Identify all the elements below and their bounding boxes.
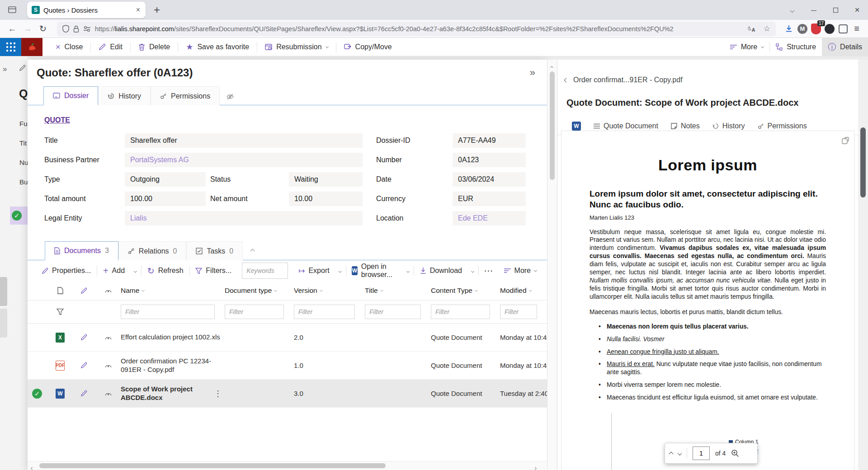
business-partner-field[interactable]: PortalSystems AG — [125, 153, 363, 167]
filter-input-modified[interactable] — [500, 305, 537, 319]
horizontal-scrollbar[interactable] — [28, 461, 547, 470]
properties-button[interactable]: Properties... — [37, 262, 96, 280]
back-chevron-icon[interactable] — [564, 78, 569, 82]
edit-row-icon[interactable] — [72, 390, 95, 397]
add-dropdown-icon[interactable] — [131, 267, 140, 275]
permissions-icon[interactable] — [83, 26, 91, 32]
keywords-input[interactable] — [242, 263, 288, 279]
dossier-id-field[interactable]: A77E-AA49 — [453, 133, 526, 148]
download-dropdown-icon[interactable] — [468, 267, 477, 275]
copy-move-button[interactable]: Copy/Move — [338, 38, 398, 56]
type-field[interactable]: Outgoing — [125, 172, 206, 187]
tab-list-icon[interactable] — [781, 6, 803, 14]
collapse-section-icon[interactable] — [251, 246, 254, 254]
filter-input-name[interactable] — [121, 305, 215, 319]
expand-panel-icon[interactable]: » — [3, 65, 7, 74]
browser-vertical-scrollbar[interactable] — [858, 60, 868, 470]
edit-button[interactable]: Edit — [93, 38, 128, 56]
preview-column-icon[interactable] — [95, 288, 121, 293]
refresh-icon[interactable]: ↻ — [35, 24, 51, 34]
table-more-button[interactable]: More — [499, 262, 542, 280]
lock-icon[interactable] — [73, 25, 79, 33]
scroll-up-icon[interactable] — [551, 62, 553, 70]
file-column-icon[interactable] — [48, 287, 72, 294]
filter-input-document-type[interactable] — [225, 305, 284, 319]
scrollbar-thumb[interactable] — [860, 127, 866, 197]
docked-panel-handle[interactable] — [0, 309, 7, 338]
legal-entity-field[interactable]: Lialis — [125, 211, 363, 226]
overflow-menu-icon[interactable]: ⋯ — [480, 265, 498, 276]
title-field[interactable]: Shareflex offer — [125, 133, 363, 148]
ghostery-icon[interactable] — [823, 22, 836, 36]
eye-off-icon[interactable] — [226, 93, 234, 100]
page-number-input[interactable] — [693, 446, 710, 460]
tab-relations[interactable]: Relations0 — [118, 241, 187, 260]
export-button[interactable]: ↦ Export — [293, 262, 335, 280]
previous-page-icon[interactable] — [670, 449, 673, 457]
tab-history[interactable]: History — [98, 86, 151, 105]
filter-input-version[interactable] — [294, 305, 355, 319]
scrollbar-thumb[interactable] — [39, 463, 386, 468]
extension-icon[interactable] — [836, 22, 850, 36]
minimize-icon[interactable] — [803, 6, 825, 14]
table-row[interactable]: ✓WScope of Work project ABCDE.docx⋮3.0Qu… — [28, 380, 547, 408]
column-header-title[interactable]: Title — [365, 287, 431, 295]
back-icon[interactable]: ← — [5, 24, 20, 34]
breadcrumb[interactable]: Order confirmat...91ER - Copy.pdf — [565, 76, 858, 84]
tracking-shield-icon[interactable] — [62, 25, 69, 33]
edit-column-icon[interactable] — [72, 287, 95, 294]
add-button[interactable]: + Add — [98, 262, 130, 280]
currency-field[interactable]: EUR — [453, 192, 526, 206]
column-header-document-type[interactable]: Document type — [225, 287, 294, 295]
edit-row-icon[interactable] — [72, 362, 95, 369]
filter-funnel-icon[interactable] — [48, 308, 72, 315]
location-link[interactable]: Ede EDE — [458, 214, 488, 222]
forward-icon[interactable]: → — [20, 24, 35, 34]
window-close-icon[interactable]: × — [846, 5, 868, 15]
resubmission-button[interactable]: Resubmission — [259, 38, 334, 56]
table-row[interactable]: XEffort calculation project 1002.xls2.0Q… — [28, 324, 547, 352]
downloads-icon[interactable] — [782, 22, 796, 36]
scroll-left-icon[interactable] — [31, 463, 33, 470]
filter-input-title[interactable] — [365, 305, 421, 319]
close-button[interactable]: ×Close — [50, 38, 89, 56]
preview-row-icon[interactable] — [95, 335, 121, 340]
tab-tasks[interactable]: Tasks0 — [186, 241, 243, 260]
scrollbar-thumb[interactable] — [550, 71, 555, 180]
expand-dialog-icon[interactable]: » — [530, 67, 535, 79]
browser-menu-icon[interactable]: ≡ — [850, 22, 863, 36]
open-in-browser-button[interactable]: W Open in browser... — [347, 262, 402, 280]
download-button[interactable]: Download — [415, 262, 467, 280]
expand-preview-icon[interactable] — [841, 136, 849, 145]
open-dropdown-icon[interactable] — [403, 267, 413, 275]
table-row[interactable]: PDFOrder confirmation PC 12234-091ER - C… — [28, 352, 547, 380]
scroll-right-icon[interactable] — [534, 463, 536, 470]
app-launcher-waffle-icon[interactable] — [0, 38, 21, 56]
export-dropdown-icon[interactable] — [335, 267, 345, 275]
preview-row-icon[interactable] — [95, 363, 121, 368]
maximize-icon[interactable] — [825, 6, 846, 14]
save-favorite-button[interactable]: ★Save as favorite — [180, 38, 255, 56]
column-header-name[interactable]: Name — [121, 287, 225, 295]
structure-button[interactable]: Structure — [770, 38, 822, 56]
url-bar[interactable]: https://lialis.sharepoint.com/sites/Shar… — [57, 22, 776, 36]
net-amount-field[interactable]: 10.00 — [289, 192, 363, 206]
bookmark-star-icon[interactable]: ☆ — [764, 24, 770, 33]
document-name-link[interactable]: Scope of Work project ABCDE.docx — [121, 385, 209, 402]
quote-section-link[interactable]: QUOTE — [44, 116, 70, 124]
details-button[interactable]: ⓘ Details — [822, 38, 868, 56]
tab-permissions[interactable]: Permissions — [151, 86, 220, 105]
more-button[interactable]: More — [724, 38, 769, 56]
firefox-view-icon[interactable] — [5, 3, 19, 17]
refresh-button[interactable]: ↻ Refresh — [142, 262, 189, 280]
preview-row-icon[interactable] — [95, 391, 121, 396]
document-name-link[interactable]: Effort calculation project 1002.xls — [121, 333, 220, 342]
column-header-modified[interactable]: Modified — [500, 287, 547, 295]
edit-row-icon[interactable] — [72, 334, 95, 341]
business-partner-link[interactable]: PortalSystems AG — [130, 156, 189, 164]
legal-entity-link[interactable]: Lialis — [130, 214, 146, 222]
docked-panel-handle[interactable] — [0, 277, 7, 306]
next-page-icon[interactable] — [678, 449, 681, 457]
number-field[interactable]: 0A123 — [453, 153, 526, 167]
filters-button[interactable]: Filters... — [190, 262, 236, 280]
